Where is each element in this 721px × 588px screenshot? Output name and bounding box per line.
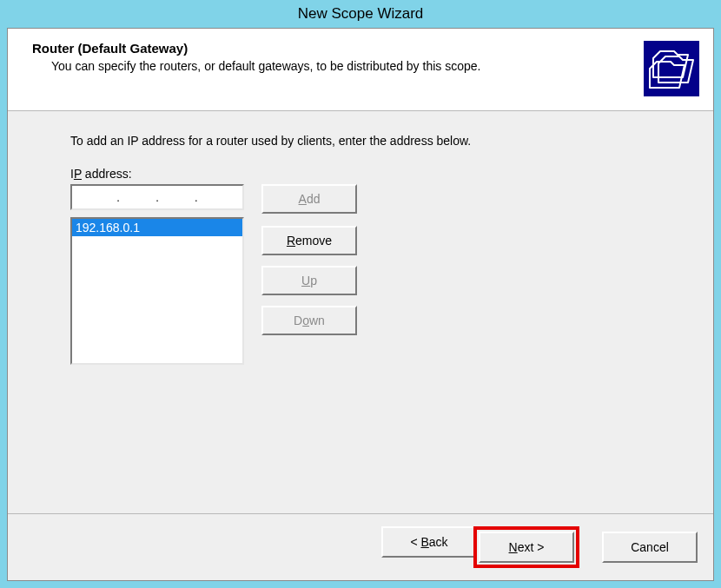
nav-buttons: < Back Next >	[381, 526, 579, 568]
up-button[interactable]: Up	[261, 266, 357, 295]
back-button[interactable]: < Back	[381, 526, 477, 558]
ip-address-input[interactable]: ...	[70, 184, 244, 210]
input-row: ... 192.168.0.1 Add Remove Up	[70, 184, 678, 365]
remove-button[interactable]: Remove	[261, 226, 357, 255]
inputs-column: ... 192.168.0.1	[70, 184, 244, 365]
wizard-window: New Scope Wizard Router (Default Gateway…	[0, 0, 721, 588]
folder-stack-icon	[644, 41, 699, 96]
instruction-text: To add an IP address for a router used b…	[70, 134, 678, 148]
header-text: Router (Default Gateway) You can specify…	[32, 41, 626, 73]
window-title: New Scope Wizard	[298, 5, 424, 23]
wizard-footer: < Back Next > Cancel	[8, 513, 713, 580]
down-button[interactable]: Down	[261, 306, 357, 335]
list-item[interactable]: 192.168.0.1	[72, 219, 242, 236]
cancel-button[interactable]: Cancel	[602, 532, 698, 563]
ip-listbox[interactable]: 192.168.0.1	[70, 217, 244, 365]
client-area: Router (Default Gateway) You can specify…	[7, 28, 714, 581]
title-bar: New Scope Wizard	[7, 0, 714, 28]
next-button-highlight: Next >	[473, 526, 579, 568]
wizard-header: Router (Default Gateway) You can specify…	[8, 29, 713, 111]
next-button[interactable]: Next >	[479, 532, 574, 563]
page-subtitle: You can specify the routers, or default …	[51, 59, 626, 73]
side-buttons-column: Add Remove Up Down	[261, 184, 357, 346]
ip-address-label: IP address:	[70, 167, 678, 181]
add-button[interactable]: Add	[261, 184, 357, 214]
wizard-body: To add an IP address for a router used b…	[8, 111, 713, 513]
page-title: Router (Default Gateway)	[32, 41, 626, 56]
